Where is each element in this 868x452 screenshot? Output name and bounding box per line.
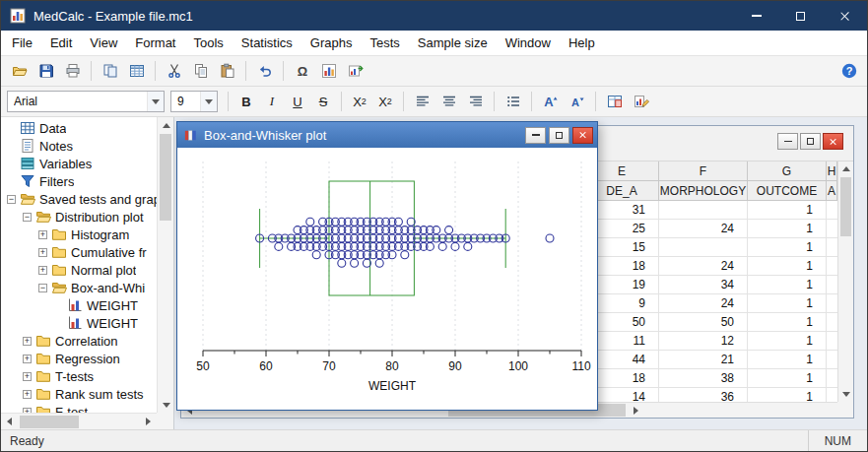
maximize-button[interactable] [778,1,823,31]
collapse-icon[interactable]: − [38,284,47,292]
cell[interactable]: 1 [748,313,827,332]
close-button[interactable] [572,127,593,144]
cell[interactable]: 1 [748,388,827,402]
menu-item-sample-size[interactable]: Sample size [409,31,497,55]
minimize-button[interactable] [525,127,546,144]
column-name-H[interactable]: A [827,181,837,201]
font-family-select[interactable]: Arial [7,91,165,112]
tree-item-saved-tests-and-grap[interactable]: −Saved tests and grap [1,190,157,208]
menu-item-tests[interactable]: Tests [362,31,409,55]
scrollbar-thumb[interactable] [20,416,79,428]
menu-item-window[interactable]: Window [497,31,560,55]
tree-item-distribution-plot[interactable]: −Distribution plot [1,208,157,226]
scroll-right-arrow[interactable] [628,403,643,418]
scroll-right-arrow[interactable] [140,414,157,429]
expand-icon[interactable]: + [38,266,47,275]
cell[interactable] [827,388,837,402]
subscript-button[interactable]: X2 [348,90,371,113]
tree-item-t-tests[interactable]: +T-tests [1,367,157,385]
tree-item-normal-plot[interactable]: +Normal plot [1,261,157,279]
menu-item-file[interactable]: File [3,31,41,55]
paste-icon[interactable] [215,59,239,83]
cell[interactable]: 1 [748,294,827,313]
cell[interactable]: 24 [659,220,748,238]
italic-button[interactable]: I [260,90,284,113]
cell[interactable] [827,294,837,313]
column-name-G[interactable]: OUTCOME [748,181,827,201]
cell[interactable]: 50 [659,313,748,332]
copy-sheet-icon[interactable] [98,59,122,83]
save-icon[interactable] [33,59,58,83]
chevron-down-icon[interactable] [200,92,217,111]
cell-format-icon[interactable] [602,90,627,113]
scrollbar-thumb[interactable] [160,134,171,221]
expand-icon[interactable]: + [23,390,32,399]
bold-button[interactable]: B [234,90,258,113]
cell[interactable]: 1 [748,220,827,238]
cell[interactable]: 38 [659,369,748,388]
tree-item-rank-sum-tests[interactable]: +Rank sum tests [1,385,157,403]
table-icon[interactable] [124,59,149,83]
graph-wizard-icon[interactable] [629,90,653,113]
sidebar-vertical-scrollbar[interactable] [157,117,173,413]
export-graph-icon[interactable] [343,59,367,83]
maximize-button[interactable] [800,133,821,150]
title-bar[interactable]: MedCalc - Example file.mc1 [1,1,867,31]
chevron-down-icon[interactable] [147,92,164,111]
minimize-button[interactable] [777,133,798,150]
cell[interactable] [827,201,837,220]
tree-item-cumulative-fr[interactable]: +Cumulative fr [1,243,157,261]
scroll-down-arrow[interactable] [838,387,854,402]
collapse-icon[interactable]: − [23,213,32,222]
open-icon[interactable] [7,59,32,83]
expand-icon[interactable]: + [38,230,47,239]
close-button[interactable] [823,133,843,150]
menu-item-tools[interactable]: Tools [184,31,232,55]
cell[interactable]: 34 [659,276,748,294]
cut-icon[interactable] [162,59,186,83]
scroll-down-arrow[interactable] [158,397,174,413]
cell[interactable] [827,220,837,238]
undo-icon[interactable] [252,59,277,83]
superscript-button[interactable]: X2 [373,90,397,113]
collapse-icon[interactable]: − [7,195,16,204]
cell[interactable]: 1 [748,332,827,351]
tree-item-correlation[interactable]: +Correlation [1,332,157,350]
cell[interactable]: 24 [659,294,748,313]
minimize-button[interactable] [734,1,778,31]
scroll-up-arrow[interactable] [158,117,174,133]
tree-item-data[interactable]: Data [1,119,157,137]
menu-item-edit[interactable]: Edit [41,31,81,55]
cell[interactable] [827,276,837,294]
menu-item-format[interactable]: Format [126,31,184,55]
cell[interactable]: 12 [659,332,748,351]
tree-item-box-and-whi[interactable]: −Box-and-Whi [1,279,157,296]
column-name-F[interactable]: MORPHOLOGY [659,181,748,201]
expand-icon[interactable]: + [23,372,32,381]
cell[interactable]: 24 [659,257,748,276]
cell[interactable]: 1 [748,369,827,388]
help-icon[interactable]: ? [836,59,861,83]
cell[interactable]: 36 [659,388,748,402]
menu-item-statistics[interactable]: Statistics [233,31,301,55]
column-letter-F[interactable]: F [659,161,748,181]
cell[interactable] [827,351,837,369]
cell[interactable]: 1 [748,201,827,220]
align-left-icon[interactable] [410,90,434,113]
cell[interactable]: 21 [659,351,748,369]
increase-font-icon[interactable]: A [538,90,563,113]
tree-item-histogram[interactable]: +Histogram [1,226,157,243]
expand-icon[interactable]: + [23,337,32,346]
sidebar-horizontal-scrollbar[interactable] [1,413,157,429]
sheet-vertical-scrollbar[interactable] [837,161,853,402]
cell[interactable]: 1 [748,276,827,294]
menu-item-view[interactable]: View [81,31,126,55]
column-letter-G[interactable]: G [748,161,827,181]
strikethrough-button[interactable]: S [311,90,335,113]
cell[interactable]: 1 [748,238,827,257]
insert-graph-icon[interactable] [316,59,341,83]
cell[interactable] [659,201,748,220]
tree-item-filters[interactable]: Filters [1,172,157,190]
cell[interactable]: 1 [748,257,827,276]
print-icon[interactable] [60,59,85,83]
